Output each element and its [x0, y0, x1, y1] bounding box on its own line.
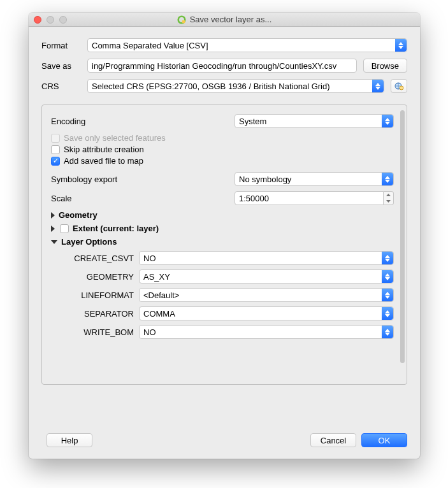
geometry-opt-select[interactable]: AS_XY — [139, 269, 394, 283]
layer-options-disclosure[interactable]: Layer Options — [51, 237, 394, 247]
geometry-disclosure[interactable]: Geometry — [51, 210, 394, 220]
dialog-window: Save vector layer as... Format Comma Sep… — [29, 13, 420, 459]
svg-point-7 — [400, 86, 403, 90]
dropdown-arrows-icon — [382, 307, 393, 320]
dropdown-arrows-icon — [382, 326, 393, 338]
svg-marker-2 — [398, 42, 403, 45]
create-csvt-value: NO — [143, 254, 156, 263]
window-title-text: Save vector layer as... — [190, 15, 272, 24]
dialog-content: Format Comma Separated Value [CSV] Save … — [29, 27, 420, 394]
skip-attribute-checkbox[interactable] — [51, 145, 60, 154]
triangle-down-icon — [51, 240, 57, 244]
ok-button[interactable]: OK — [361, 433, 407, 447]
separator-value: COMMA — [143, 309, 175, 319]
separator-select[interactable]: COMMA — [139, 306, 394, 320]
svg-marker-18 — [385, 292, 390, 295]
scale-label: Scale — [51, 194, 235, 203]
lineformat-value: <Default> — [143, 291, 179, 300]
titlebar: Save vector layer as... — [29, 13, 420, 27]
svg-marker-21 — [385, 314, 390, 317]
triangle-right-icon — [51, 226, 55, 232]
lineformat-select[interactable]: <Default> — [139, 288, 394, 302]
geometry-label: Geometry — [59, 210, 98, 220]
extent-label: Extent (current: layer) — [73, 224, 159, 233]
create-csvt-select[interactable]: NO — [139, 251, 394, 265]
save-selected-checkbox — [51, 134, 60, 143]
encoding-select[interactable]: System — [235, 114, 394, 128]
add-to-map-checkbox[interactable] — [51, 157, 60, 166]
svg-marker-23 — [385, 333, 390, 336]
svg-marker-14 — [385, 255, 390, 258]
spin-down-icon[interactable] — [384, 198, 393, 205]
create-csvt-label: CREATE_CSVT — [56, 254, 139, 263]
window-title: Save vector layer as... — [29, 15, 420, 24]
dropdown-arrows-icon — [382, 289, 393, 301]
globe-icon — [394, 81, 404, 91]
format-value: Comma Separated Value [CSV] — [92, 41, 208, 50]
layer-options-label: Layer Options — [61, 237, 117, 247]
svg-marker-3 — [398, 46, 403, 49]
svg-marker-17 — [385, 277, 390, 280]
save-selected-label: Save only selected features — [64, 133, 166, 143]
crs-select[interactable]: Selected CRS (EPSG:27700, OSGB 1936 / Br… — [87, 79, 384, 93]
svg-marker-15 — [385, 259, 390, 262]
lineformat-label: LINEFORMAT — [56, 291, 139, 300]
write-bom-label: WRITE_BOM — [56, 327, 139, 337]
crs-picker-button[interactable] — [391, 79, 407, 93]
geometry-opt-value: AS_XY — [143, 272, 170, 282]
svg-marker-22 — [385, 329, 390, 332]
scale-spinbox[interactable] — [235, 191, 394, 205]
encoding-label: Encoding — [51, 117, 235, 126]
write-bom-value: NO — [143, 327, 156, 337]
spin-up-icon[interactable] — [384, 192, 393, 198]
symbology-value: No symbology — [239, 175, 291, 184]
dropdown-arrows-icon — [372, 80, 384, 92]
help-button[interactable]: Help — [47, 433, 92, 447]
svg-marker-5 — [375, 87, 380, 90]
scale-input[interactable] — [235, 191, 384, 205]
group-scrollbar[interactable] — [400, 110, 405, 379]
symbology-label: Symbology export — [51, 175, 235, 184]
spin-buttons[interactable] — [384, 191, 394, 205]
svg-marker-12 — [386, 194, 391, 196]
format-select[interactable]: Comma Separated Value [CSV] — [87, 38, 407, 52]
symbology-select[interactable]: No symbology — [235, 172, 394, 186]
svg-marker-13 — [386, 200, 391, 203]
options-group: Encoding System Save only selected — [41, 104, 407, 385]
scrollbar-thumb[interactable] — [400, 110, 405, 363]
svg-marker-16 — [385, 273, 390, 276]
write-bom-select[interactable]: NO — [139, 325, 394, 339]
dropdown-arrows-icon — [382, 115, 393, 127]
dropdown-arrows-icon — [382, 252, 393, 264]
skip-attribute-label: Skip attribute creation — [64, 145, 144, 154]
encoding-value: System — [239, 117, 266, 126]
svg-marker-19 — [385, 296, 390, 299]
separator-label: SEPARATOR — [56, 309, 139, 319]
add-to-map-label: Add saved file to map — [64, 156, 143, 166]
dropdown-arrows-icon — [395, 39, 407, 52]
dropdown-arrows-icon — [382, 270, 393, 283]
svg-rect-1 — [182, 20, 185, 22]
extent-disclosure[interactable]: Extent (current: layer) — [51, 224, 394, 233]
svg-marker-10 — [385, 176, 390, 179]
svg-marker-11 — [385, 180, 390, 183]
dialog-footer: Help Cancel OK — [29, 433, 420, 447]
browse-button[interactable]: Browse — [363, 59, 407, 73]
crs-value: Selected CRS (EPSG:27700, OSGB 1936 / Br… — [92, 82, 330, 91]
svg-marker-4 — [375, 83, 380, 86]
geometry-opt-label: GEOMETRY — [56, 272, 139, 282]
svg-marker-20 — [385, 310, 390, 313]
dropdown-arrows-icon — [382, 173, 393, 185]
svg-marker-8 — [385, 118, 390, 121]
format-label: Format — [41, 41, 81, 50]
triangle-right-icon — [51, 212, 55, 219]
qgis-icon — [177, 15, 186, 24]
saveas-label: Save as — [41, 61, 81, 71]
extent-checkbox[interactable] — [60, 224, 69, 233]
svg-marker-9 — [385, 122, 390, 125]
saveas-input[interactable] — [87, 59, 357, 73]
cancel-button[interactable]: Cancel — [310, 433, 356, 447]
crs-label: CRS — [41, 82, 81, 91]
